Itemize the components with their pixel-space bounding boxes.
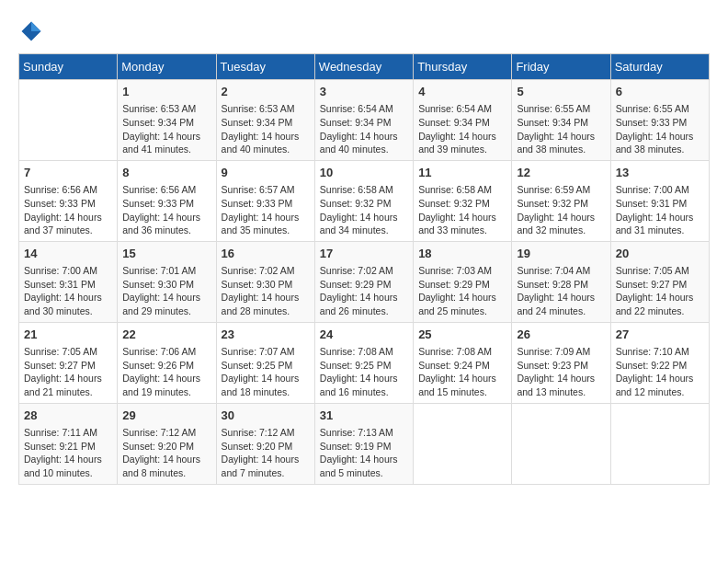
cell-content: Sunrise: 7:05 AM Sunset: 9:27 PM Dayligh… (24, 345, 112, 399)
calendar-cell: 17Sunrise: 7:02 AM Sunset: 9:29 PM Dayli… (314, 241, 413, 322)
col-header-saturday: Saturday (610, 54, 709, 80)
cell-content: Sunrise: 7:02 AM Sunset: 9:30 PM Dayligh… (222, 264, 310, 318)
cell-content: Sunrise: 6:53 AM Sunset: 9:34 PM Dayligh… (222, 102, 310, 156)
calendar-cell: 3Sunrise: 6:54 AM Sunset: 9:34 PM Daylig… (314, 80, 413, 161)
cell-content: Sunrise: 7:07 AM Sunset: 9:25 PM Dayligh… (222, 345, 310, 399)
col-header-sunday: Sunday (19, 54, 118, 80)
calendar-cell: 21Sunrise: 7:05 AM Sunset: 9:27 PM Dayli… (19, 322, 118, 403)
col-header-tuesday: Tuesday (216, 54, 314, 80)
day-number: 30 (222, 408, 310, 424)
cell-content: Sunrise: 7:04 AM Sunset: 9:28 PM Dayligh… (517, 264, 605, 318)
day-number: 3 (320, 84, 408, 100)
day-number: 21 (24, 327, 112, 343)
day-number: 20 (616, 246, 704, 262)
cell-content: Sunrise: 7:13 AM Sunset: 9:19 PM Dayligh… (320, 426, 408, 480)
cell-content: Sunrise: 6:54 AM Sunset: 9:34 PM Dayligh… (418, 102, 506, 156)
calendar-cell: 5Sunrise: 6:55 AM Sunset: 9:34 PM Daylig… (512, 80, 610, 161)
col-header-friday: Friday (512, 54, 610, 80)
day-number: 4 (418, 84, 506, 100)
page-header (18, 18, 710, 44)
day-number: 26 (517, 327, 605, 343)
calendar-cell: 19Sunrise: 7:04 AM Sunset: 9:28 PM Dayli… (512, 241, 610, 322)
calendar-cell: 7Sunrise: 6:56 AM Sunset: 9:33 PM Daylig… (19, 160, 118, 241)
cell-content: Sunrise: 7:08 AM Sunset: 9:25 PM Dayligh… (320, 345, 408, 399)
calendar-cell (512, 403, 610, 484)
calendar-cell: 22Sunrise: 7:06 AM Sunset: 9:26 PM Dayli… (118, 322, 216, 403)
calendar-cell: 15Sunrise: 7:01 AM Sunset: 9:30 PM Dayli… (118, 241, 216, 322)
cell-content: Sunrise: 6:54 AM Sunset: 9:34 PM Dayligh… (320, 102, 408, 156)
day-number: 25 (418, 327, 506, 343)
calendar-cell: 10Sunrise: 6:58 AM Sunset: 9:32 PM Dayli… (314, 160, 413, 241)
calendar-cell: 25Sunrise: 7:08 AM Sunset: 9:24 PM Dayli… (414, 322, 512, 403)
calendar-week-1: 1Sunrise: 6:53 AM Sunset: 9:34 PM Daylig… (19, 80, 710, 161)
calendar-cell (414, 403, 512, 484)
col-header-monday: Monday (118, 54, 216, 80)
day-number: 13 (616, 165, 704, 181)
calendar-cell: 9Sunrise: 6:57 AM Sunset: 9:33 PM Daylig… (216, 160, 314, 241)
day-number: 2 (222, 84, 310, 100)
calendar-cell: 28Sunrise: 7:11 AM Sunset: 9:21 PM Dayli… (19, 403, 118, 484)
calendar-week-2: 7Sunrise: 6:56 AM Sunset: 9:33 PM Daylig… (19, 160, 710, 241)
calendar-week-5: 28Sunrise: 7:11 AM Sunset: 9:21 PM Dayli… (19, 403, 710, 484)
calendar-cell: 24Sunrise: 7:08 AM Sunset: 9:25 PM Dayli… (314, 322, 413, 403)
day-number: 1 (122, 84, 210, 100)
day-number: 8 (122, 165, 210, 181)
logo (18, 18, 48, 44)
cell-content: Sunrise: 7:01 AM Sunset: 9:30 PM Dayligh… (122, 264, 210, 318)
cell-content: Sunrise: 6:59 AM Sunset: 9:32 PM Dayligh… (517, 183, 605, 237)
calendar-cell: 13Sunrise: 7:00 AM Sunset: 9:31 PM Dayli… (610, 160, 709, 241)
day-number: 22 (122, 327, 210, 343)
cell-content: Sunrise: 7:05 AM Sunset: 9:27 PM Dayligh… (616, 264, 704, 318)
day-number: 16 (222, 246, 310, 262)
svg-marker-1 (31, 22, 41, 32)
calendar-cell: 4Sunrise: 6:54 AM Sunset: 9:34 PM Daylig… (414, 80, 512, 161)
calendar-cell: 11Sunrise: 6:58 AM Sunset: 9:32 PM Dayli… (414, 160, 512, 241)
day-number: 24 (320, 327, 408, 343)
cell-content: Sunrise: 7:00 AM Sunset: 9:31 PM Dayligh… (24, 264, 112, 318)
day-number: 18 (418, 246, 506, 262)
cell-content: Sunrise: 6:55 AM Sunset: 9:33 PM Dayligh… (616, 102, 704, 156)
cell-content: Sunrise: 6:56 AM Sunset: 9:33 PM Dayligh… (122, 183, 210, 237)
calendar-week-3: 14Sunrise: 7:00 AM Sunset: 9:31 PM Dayli… (19, 241, 710, 322)
calendar-cell: 12Sunrise: 6:59 AM Sunset: 9:32 PM Dayli… (512, 160, 610, 241)
cell-content: Sunrise: 6:55 AM Sunset: 9:34 PM Dayligh… (517, 102, 605, 156)
calendar-cell: 6Sunrise: 6:55 AM Sunset: 9:33 PM Daylig… (610, 80, 709, 161)
day-number: 5 (517, 84, 605, 100)
calendar-cell: 29Sunrise: 7:12 AM Sunset: 9:20 PM Dayli… (118, 403, 216, 484)
cell-content: Sunrise: 7:09 AM Sunset: 9:23 PM Dayligh… (517, 345, 605, 399)
calendar-cell: 23Sunrise: 7:07 AM Sunset: 9:25 PM Dayli… (216, 322, 314, 403)
cell-content: Sunrise: 7:02 AM Sunset: 9:29 PM Dayligh… (320, 264, 408, 318)
cell-content: Sunrise: 6:57 AM Sunset: 9:33 PM Dayligh… (222, 183, 310, 237)
calendar-cell: 8Sunrise: 6:56 AM Sunset: 9:33 PM Daylig… (118, 160, 216, 241)
day-number: 15 (122, 246, 210, 262)
calendar-week-4: 21Sunrise: 7:05 AM Sunset: 9:27 PM Dayli… (19, 322, 710, 403)
day-number: 17 (320, 246, 408, 262)
calendar-cell: 14Sunrise: 7:00 AM Sunset: 9:31 PM Dayli… (19, 241, 118, 322)
day-number: 31 (320, 408, 408, 424)
day-number: 9 (222, 165, 310, 181)
cell-content: Sunrise: 7:12 AM Sunset: 9:20 PM Dayligh… (222, 426, 310, 480)
calendar-cell: 18Sunrise: 7:03 AM Sunset: 9:29 PM Dayli… (414, 241, 512, 322)
calendar-cell: 2Sunrise: 6:53 AM Sunset: 9:34 PM Daylig… (216, 80, 314, 161)
cell-content: Sunrise: 6:53 AM Sunset: 9:34 PM Dayligh… (122, 102, 210, 156)
calendar-cell: 30Sunrise: 7:12 AM Sunset: 9:20 PM Dayli… (216, 403, 314, 484)
day-number: 10 (320, 165, 408, 181)
day-number: 28 (24, 408, 112, 424)
cell-content: Sunrise: 7:10 AM Sunset: 9:22 PM Dayligh… (616, 345, 704, 399)
cell-content: Sunrise: 6:58 AM Sunset: 9:32 PM Dayligh… (418, 183, 506, 237)
calendar-cell (610, 403, 709, 484)
calendar-cell: 27Sunrise: 7:10 AM Sunset: 9:22 PM Dayli… (610, 322, 709, 403)
day-number: 7 (24, 165, 112, 181)
day-number: 11 (418, 165, 506, 181)
calendar-cell: 20Sunrise: 7:05 AM Sunset: 9:27 PM Dayli… (610, 241, 709, 322)
cell-content: Sunrise: 6:58 AM Sunset: 9:32 PM Dayligh… (320, 183, 408, 237)
day-number: 29 (122, 408, 210, 424)
cell-content: Sunrise: 7:11 AM Sunset: 9:21 PM Dayligh… (24, 426, 112, 480)
calendar-cell (19, 80, 118, 161)
calendar-table: SundayMondayTuesdayWednesdayThursdayFrid… (18, 53, 710, 485)
day-number: 19 (517, 246, 605, 262)
calendar-cell: 1Sunrise: 6:53 AM Sunset: 9:34 PM Daylig… (118, 80, 216, 161)
day-number: 6 (616, 84, 704, 100)
cell-content: Sunrise: 7:06 AM Sunset: 9:26 PM Dayligh… (122, 345, 210, 399)
day-number: 27 (616, 327, 704, 343)
